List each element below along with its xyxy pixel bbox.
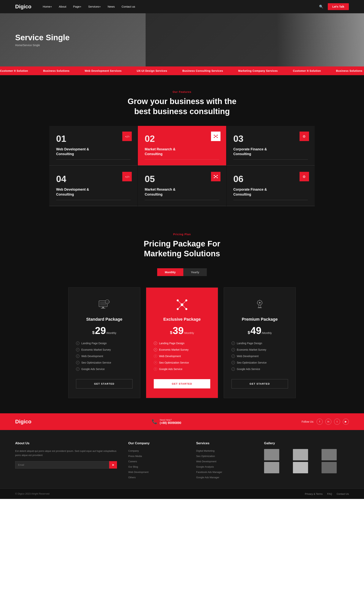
footer-email-submit[interactable]: ➤ <box>109 461 117 469</box>
svg-rect-44 <box>258 307 262 308</box>
exclusive-dollar: $ <box>170 330 172 335</box>
nav-link[interactable]: About <box>59 5 66 8</box>
svg-rect-43 <box>259 305 261 307</box>
footer-link[interactable]: Company <box>128 449 139 452</box>
premium-get-started-button[interactable]: GET STARTED <box>232 379 288 388</box>
exclusive-package-icon <box>174 297 190 312</box>
footer-help-number: (+88) 90090890 <box>160 421 181 425</box>
check-icon: ✓ <box>232 342 235 345</box>
footer-help: 📞 Need Help? (+88) 90090890 <box>152 419 181 425</box>
check-icon: ✓ <box>154 348 157 351</box>
hero-section: Service Single Home/Service Single <box>0 13 364 67</box>
footer-company-title: Our Company <box>128 441 185 445</box>
ticker-item: Customer It Solution <box>0 69 28 72</box>
pricing-title: Pricing Package ForMarketing Solutions <box>15 239 349 259</box>
list-item: Digital Marketing <box>196 449 253 452</box>
footer-link[interactable]: Our Blog <box>128 465 138 468</box>
feature-item: ✓Web Development <box>232 353 288 359</box>
footer-link[interactable]: Google Ads Manager <box>196 476 219 479</box>
footer-link[interactable]: Careers <box>128 460 137 463</box>
search-icon[interactable]: 🔍 <box>319 5 323 9</box>
ticker-bar: Customer It Solution Business Solutions … <box>0 67 364 75</box>
list-item: FAQ <box>327 492 332 496</box>
feature-card-3[interactable]: ⚙ 03 Corporate Finance &Consulting <box>227 126 315 166</box>
svg-rect-24 <box>102 307 104 308</box>
exclusive-amount: 39 <box>173 326 184 335</box>
privacy-link[interactable]: Privacy & Terms <box>305 492 323 495</box>
footer-link[interactable]: Seo Optimization <box>196 455 215 458</box>
nav-link[interactable]: Contact us <box>121 5 135 8</box>
follow-label: Follow Us: <box>302 420 314 423</box>
footer-link[interactable]: Web Development <box>128 471 149 473</box>
ticker-item: Business Consulting Services <box>182 69 223 72</box>
feature-name-3: Corporate Finance &Consulting <box>233 147 308 160</box>
footer-link[interactable]: Digital Marketing <box>196 449 215 452</box>
youtube-icon[interactable]: ▶ <box>343 419 349 425</box>
footer-help-text: Need Help? (+88) 90090890 <box>160 419 181 425</box>
check-icon: ✓ <box>76 361 79 364</box>
check-icon: ✓ <box>232 361 235 364</box>
feature-card-1[interactable]: </> 01 Web Development &Consulting <box>49 126 137 166</box>
footer-gallery <box>264 449 349 473</box>
features-section: Our Features Grow your business with the… <box>0 75 364 218</box>
footer-link[interactable]: Web Development <box>196 460 217 463</box>
feature-card-6[interactable]: ⚙ 06 Corporate Finance &Consulting <box>227 166 315 206</box>
list-item: Web Development <box>196 460 253 463</box>
footer-about-title: About Us <box>15 441 117 445</box>
nav-link[interactable]: Page+ <box>73 5 81 8</box>
check-icon: ✓ <box>76 342 79 345</box>
feature-card-2[interactable]: 02 Market Research &Consulting <box>138 126 226 166</box>
feature-num-4: 04 <box>56 174 131 184</box>
exclusive-get-started-button[interactable]: GET STARTED <box>154 379 210 388</box>
footer-help-label: Need Help? <box>160 419 181 421</box>
navigation: Digico Home+AboutPage+Services+NewsConta… <box>0 0 364 13</box>
nav-link[interactable]: News <box>108 5 115 8</box>
ticker-item: Marketing Company Services <box>238 69 278 72</box>
footer-link[interactable]: Others <box>128 476 136 479</box>
exclusive-period: /Monthly <box>184 332 194 334</box>
list-item: Others <box>128 476 185 479</box>
feature-card-5[interactable]: 05 Market Research &Consulting <box>138 166 226 206</box>
footer-email-input[interactable] <box>15 461 109 469</box>
hero-image <box>146 13 364 67</box>
premium-package-icon <box>252 297 267 312</box>
lets-talk-button[interactable]: Let's Talk <box>328 3 349 10</box>
nav-logo[interactable]: Digico <box>15 4 31 10</box>
footer-social: Follow Us: f in t ▶ <box>302 419 349 425</box>
nav-link[interactable]: Services+ <box>88 5 101 8</box>
feature-name-5: Market Research &Consulting <box>145 187 219 200</box>
feature-num-6: 06 <box>233 174 308 184</box>
instagram-icon[interactable]: in <box>325 419 331 425</box>
gallery-thumb-1 <box>264 449 279 460</box>
contact-link[interactable]: Contact Us <box>337 492 349 495</box>
list-item: Facebook Ads Manager <box>196 470 253 474</box>
standard-amount: 29 <box>95 326 106 335</box>
feature-card-4[interactable]: </> 04 Web Development &Consulting <box>49 166 137 206</box>
feature-name-6: Corporate Finance &Consulting <box>233 187 308 200</box>
check-icon: ✓ <box>232 348 235 351</box>
faq-link[interactable]: FAQ <box>327 492 332 495</box>
footer-bottom: © Digico 2023 Alright Reserved Privacy &… <box>0 488 364 499</box>
feature-item: ✓Landing Page Design <box>154 340 210 347</box>
footer-link[interactable]: Press Media <box>128 455 142 458</box>
footer-link[interactable]: Facebook Ads Manager <box>196 471 222 473</box>
facebook-icon[interactable]: f <box>317 419 323 425</box>
feature-item: ✓Economic Market Survey <box>76 347 132 353</box>
svg-point-45 <box>259 302 261 304</box>
list-item: Company <box>128 449 185 452</box>
ticker-inner: Customer It Solution Business Solutions … <box>0 69 364 72</box>
gallery-thumb-5 <box>293 462 308 473</box>
footer-bottom-links: Privacy & Terms FAQ Contact Us <box>305 492 349 496</box>
nav-links: Home+AboutPage+Services+NewsContact us <box>43 5 319 8</box>
nav-link[interactable]: Home+ <box>43 5 52 8</box>
check-icon-disabled: ✕ <box>154 361 157 364</box>
ticker-item: Web Development Services <box>85 69 122 72</box>
features-grid: </> 01 Web Development &Consulting <box>49 126 315 206</box>
toggle-yearly[interactable]: Yearly <box>183 268 207 276</box>
check-icon: ✓ <box>232 367 235 371</box>
standard-get-started-button[interactable]: GET STARTED <box>76 379 132 388</box>
twitter-icon[interactable]: t <box>334 419 340 425</box>
footer-link[interactable]: Google Analysis <box>196 465 214 468</box>
svg-rect-25 <box>101 308 105 308</box>
toggle-monthly[interactable]: Monthly <box>157 268 183 276</box>
